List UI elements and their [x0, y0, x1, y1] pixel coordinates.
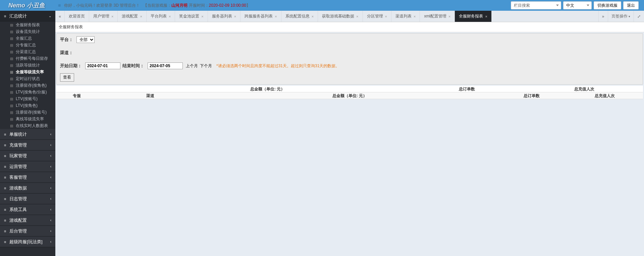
book-icon: ▤	[10, 37, 13, 40]
chevron-left-icon: ‹	[50, 208, 51, 211]
tab[interactable]: 获取游戏基础数据×	[318, 11, 363, 22]
sidebar-item[interactable]: ▤LTV(按角色)	[0, 102, 55, 109]
bars-icon: ≡	[4, 197, 6, 201]
tab[interactable]: 用户管理×	[89, 11, 118, 22]
bars-icon: ≡	[4, 14, 6, 18]
sidebar-item[interactable]: ▤全服财务报表	[0, 22, 55, 28]
chevron-left-icon: ‹	[50, 229, 51, 233]
tab[interactable]: 游戏配置×	[118, 11, 146, 22]
sidebar-item[interactable]: ▤注册留存(按账号)	[0, 109, 55, 116]
book-icon: ▤	[10, 43, 13, 47]
caret-down-icon: ▾	[629, 15, 630, 18]
chevron-left-icon: ‹	[50, 218, 51, 222]
tab-operations-dropdown[interactable]: 页签操作 ▾	[608, 11, 634, 22]
column-search-select[interactable]: 栏目搜索	[511, 1, 561, 9]
close-icon[interactable]: ×	[485, 14, 487, 18]
results-table: 总金额（单位: 元） 总订单数 总充值人次 专服 渠道 总金额（单位: 元） 总…	[56, 86, 643, 99]
bars-icon: ≡	[4, 154, 6, 158]
tab-fullscreen-button[interactable]: ⤢	[634, 11, 644, 22]
sidebar-group[interactable]: ≡游戏配置‹	[0, 215, 55, 226]
page-title: 全服财务报表	[55, 22, 644, 32]
bars-icon: ≡	[4, 240, 6, 244]
tabs-scroll-right[interactable]: »	[598, 11, 608, 22]
tabs-scroll-left[interactable]: «	[55, 11, 65, 22]
tab[interactable]: 跨服服务器列表×	[240, 11, 281, 22]
close-icon[interactable]: ×	[111, 14, 113, 18]
caret-down-icon	[587, 5, 589, 6]
sidebar-group[interactable]: ≡日志管理‹	[0, 194, 55, 204]
sidebar-item[interactable]: ▤离线等级流失率	[0, 116, 55, 122]
end-date-label: 结束时间：	[122, 63, 144, 69]
book-icon: ▤	[10, 104, 13, 108]
chevron-left-icon: ‹	[50, 240, 51, 244]
sidebar-item[interactable]: ▤付费帐号每日留存	[0, 55, 55, 62]
query-button[interactable]: 查看	[60, 73, 74, 82]
sidebar-item[interactable]: ▤设备流失统计	[0, 28, 55, 35]
main: « 欢迎首页用户管理×游戏配置×平台列表×奖金池设置×服务器列表×跨服服务器列表…	[55, 11, 644, 256]
switch-server-button[interactable]: 切换游戏服	[594, 1, 621, 9]
sidebar-group[interactable]: ≡后台管理‹	[0, 226, 55, 237]
close-icon[interactable]: ×	[201, 14, 203, 18]
language-select[interactable]: 中文	[563, 1, 592, 9]
close-icon[interactable]: ×	[140, 14, 142, 18]
sidebar-group[interactable]: ≡超级跨服[玩法类]‹	[0, 237, 55, 247]
sidebar-item[interactable]: ▤定时运行状态	[0, 75, 55, 82]
bars-icon: ≡	[4, 208, 6, 212]
sidebar-item[interactable]: ▤活跃等级统计	[0, 62, 55, 69]
sidebar-item[interactable]: ▤注册留存(按角色)	[0, 82, 55, 89]
prev-month-link[interactable]: 上个月	[186, 63, 198, 69]
tab[interactable]: 服务器列表×	[208, 11, 240, 22]
sidebar-group[interactable]: ≡客服管理‹	[0, 172, 55, 183]
sidebar-item[interactable]: ▤全服等级流失率	[0, 69, 55, 75]
platform-select[interactable]: 全部	[76, 36, 95, 43]
sidebar-group[interactable]: ≡游戏数据‹	[0, 183, 55, 194]
close-icon[interactable]: ×	[312, 14, 314, 18]
sidebar-group[interactable]: ≡充值管理‹	[0, 140, 55, 151]
tab[interactable]: 全服财务报表×	[455, 11, 491, 22]
logout-button[interactable]: 退出	[623, 1, 639, 9]
tab[interactable]: 平台列表×	[147, 11, 175, 22]
sidebar-item[interactable]: ▤分渠道汇总	[0, 48, 55, 55]
bars-icon: ≡	[4, 229, 6, 233]
sidebar-item[interactable]: ▤LTV(按账号)	[0, 95, 55, 102]
close-icon[interactable]: ×	[234, 14, 236, 18]
close-icon[interactable]: ×	[414, 14, 416, 18]
chevron-left-icon: ‹	[50, 154, 51, 158]
sidebar-item[interactable]: ▤分专服汇总	[0, 42, 55, 48]
sidebar-item[interactable]: ▤在线实时人数图表	[0, 122, 55, 129]
next-month-link[interactable]: 下个月	[200, 63, 212, 69]
chevron-left-icon: ‹	[50, 186, 51, 190]
tab[interactable]: 分区管理×	[363, 11, 391, 22]
close-icon[interactable]: ×	[275, 14, 277, 18]
tab[interactable]: 奖金池设置×	[175, 11, 208, 22]
book-icon: ▤	[10, 70, 13, 74]
sidebar-group[interactable]: ≡系统工具‹	[0, 204, 55, 215]
sidebar-group-summary[interactable]: ≡ 汇总统计 ⌄	[0, 11, 55, 22]
book-icon: ▤	[10, 117, 13, 121]
sidebar-item[interactable]: ▤LTV(按角色/分服)	[0, 89, 55, 95]
table-header-row-1: 总金额（单位: 元） 总订单数 总充值人次	[56, 86, 643, 92]
sidebar-group[interactable]: ≡单服统计‹	[0, 129, 55, 140]
tab[interactable]: 渠道列表×	[391, 11, 420, 22]
close-icon[interactable]: ×	[448, 14, 450, 18]
chevron-left-icon: ‹	[50, 175, 51, 179]
channel-label: 渠道：	[60, 50, 73, 56]
sidebar-group[interactable]: ≡玩家管理‹	[0, 151, 55, 161]
bars-icon: ≡	[4, 175, 6, 179]
date-hint: *请必须选两个时间且跨度不能超过31天。超过则只查询31天的数据。	[216, 63, 339, 69]
tabs-bar: « 欢迎首页用户管理×游戏配置×平台列表×奖金池设置×服务器列表×跨服服务器列表…	[55, 11, 644, 22]
menu-toggle-icon[interactable]: ≡	[58, 3, 61, 8]
sidebar-item[interactable]: ▤全服汇总	[0, 35, 55, 42]
close-icon[interactable]: ×	[169, 14, 171, 18]
end-date-input[interactable]	[148, 62, 183, 69]
close-icon[interactable]: ×	[385, 14, 387, 18]
tab[interactable]: xml配置管理×	[420, 11, 455, 22]
start-date-input[interactable]	[85, 62, 120, 69]
book-icon: ▤	[10, 30, 13, 34]
sidebar-group[interactable]: ≡运营管理‹	[0, 161, 55, 172]
tab[interactable]: 欢迎首页	[65, 11, 89, 22]
close-icon[interactable]: ×	[356, 14, 358, 18]
tab[interactable]: 系统配置信息×	[281, 11, 318, 22]
top-header: Nemo 小丑鱼 ≡ 你好，小仙元码！欢迎登录 3D 管理后台！ 【当前游戏服：…	[0, 0, 644, 11]
layout: ≡ 汇总统计 ⌄ ▤全服财务报表▤设备流失统计▤全服汇总▤分专服汇总▤分渠道汇总…	[0, 11, 644, 256]
